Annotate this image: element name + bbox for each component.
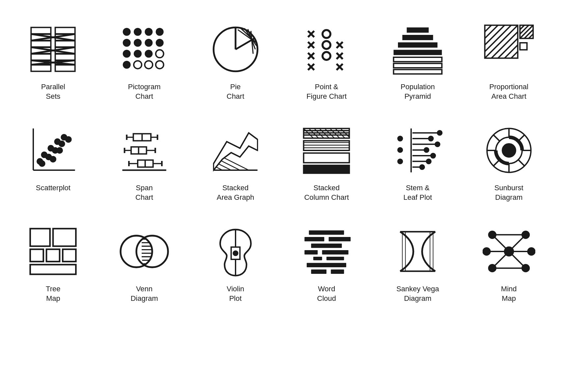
svg-point-25 (134, 39, 142, 47)
svg-rect-143 (304, 166, 350, 173)
svg-rect-197 (305, 237, 324, 241)
svg-rect-65 (394, 57, 442, 62)
stacked-column-chart-icon (300, 124, 353, 177)
svg-point-96 (40, 161, 45, 166)
point-figure-chart-label: Point &Figure Chart (306, 82, 347, 101)
svg-rect-142 (304, 153, 350, 163)
chart-item-stacked-column-chart[interactable]: StackedColumn Chart (281, 114, 372, 215)
svg-point-28 (123, 50, 131, 58)
chart-item-violin-plot[interactable]: ViolinPlot (190, 215, 281, 316)
population-pyramid-label: PopulationPyramid (401, 82, 435, 101)
chart-item-parallel-sets[interactable]: ParallelSets (8, 13, 99, 114)
chart-item-scatterplot[interactable]: Scatterplot (8, 114, 99, 215)
chart-item-point-figure-chart[interactable]: Point &Figure Chart (281, 13, 372, 114)
svg-point-26 (145, 39, 153, 47)
chart-item-tree-map[interactable]: TreeMap (8, 215, 99, 316)
svg-line-82 (524, 30, 533, 39)
stem-leaf-plot-label: Stem &Leaf Plot (404, 183, 432, 202)
svg-point-156 (431, 154, 435, 158)
chart-item-word-cloud[interactable]: WordCloud (281, 215, 372, 316)
svg-point-193 (233, 251, 238, 255)
sunburst-diagram-icon (483, 124, 535, 177)
svg-point-217 (522, 231, 529, 238)
svg-point-98 (57, 148, 62, 153)
svg-point-159 (398, 137, 402, 141)
svg-rect-177 (63, 249, 76, 262)
chart-item-sunburst-diagram[interactable]: SunburstDiagram (463, 114, 554, 215)
svg-rect-66 (394, 64, 442, 68)
svg-line-70 (485, 25, 498, 39)
chart-item-stacked-area-graph[interactable]: StackedArea Graph (190, 114, 281, 215)
chart-grid: ParallelSets (8, 13, 554, 317)
svg-rect-199 (311, 244, 342, 248)
svg-rect-64 (394, 50, 442, 55)
svg-line-77 (511, 52, 518, 58)
stacked-area-graph-label: StackedArea Graph (217, 183, 254, 202)
svg-rect-204 (307, 263, 346, 267)
chart-item-pictogram-chart[interactable]: PictogramChart (99, 13, 190, 114)
svg-point-33 (134, 61, 142, 69)
svg-rect-174 (53, 229, 76, 246)
svg-point-97 (50, 157, 56, 162)
pie-chart-label: PieChart (227, 82, 244, 101)
proportional-area-chart-icon (483, 23, 535, 76)
stacked-area-graph-icon (209, 124, 262, 177)
chart-item-span-chart[interactable]: SpanChart (99, 114, 190, 215)
pictogram-chart-label: PictogramChart (128, 82, 160, 101)
svg-line-74 (491, 32, 518, 58)
chart-item-mind-map[interactable]: MindMap (463, 215, 554, 316)
svg-rect-84 (520, 43, 527, 50)
svg-point-157 (427, 159, 431, 164)
svg-point-221 (522, 265, 529, 272)
svg-line-216 (512, 238, 523, 248)
sankey-vega-diagram-label: Sankey VegaDiagram (396, 284, 439, 303)
svg-rect-196 (309, 230, 344, 235)
venn-diagram-label: VennDiagram (130, 284, 158, 303)
svg-line-69 (485, 25, 491, 32)
svg-rect-67 (394, 69, 442, 74)
proportional-area-chart-label: ProportionalArea Chart (489, 82, 528, 101)
svg-rect-202 (313, 257, 322, 260)
svg-line-80 (520, 25, 529, 34)
svg-line-121 (209, 172, 262, 177)
venn-diagram-icon (118, 225, 171, 278)
pictogram-chart-icon (118, 23, 171, 76)
span-chart-icon (118, 124, 171, 177)
svg-rect-205 (311, 270, 327, 274)
chart-item-stem-leaf-plot[interactable]: Stem &Leaf Plot (372, 114, 464, 215)
svg-rect-175 (30, 249, 43, 262)
svg-point-32 (123, 61, 131, 69)
sunburst-diagram-label: SunburstDiagram (494, 183, 523, 202)
svg-rect-178 (30, 265, 76, 274)
svg-rect-62 (402, 35, 433, 40)
svg-point-162 (502, 144, 516, 157)
svg-point-31 (156, 50, 164, 58)
sankey-vega-diagram-icon (391, 225, 444, 278)
svg-point-95 (66, 137, 71, 142)
svg-line-120 (209, 168, 262, 177)
population-pyramid-icon (391, 23, 444, 76)
svg-rect-201 (322, 250, 349, 254)
svg-line-72 (485, 25, 511, 52)
svg-point-49 (323, 41, 330, 49)
chart-item-venn-diagram[interactable]: VennDiagram (99, 215, 190, 316)
chart-item-proportional-area-chart[interactable]: ProportionalArea Chart (463, 13, 554, 114)
stacked-column-chart-label: StackedColumn Chart (304, 183, 349, 202)
svg-point-160 (398, 148, 402, 152)
svg-point-23 (156, 28, 164, 36)
svg-point-155 (424, 148, 429, 152)
chart-item-pie-chart[interactable]: PieChart (190, 13, 281, 114)
scatterplot-icon (27, 124, 79, 177)
svg-point-24 (123, 39, 131, 47)
svg-point-35 (156, 61, 164, 69)
word-cloud-label: WordCloud (317, 284, 336, 303)
svg-rect-173 (30, 229, 50, 246)
stem-leaf-plot-icon (391, 124, 444, 177)
chart-item-sankey-vega-diagram[interactable]: Sankey VegaDiagram (372, 215, 464, 316)
mind-map-label: MindMap (501, 284, 517, 303)
svg-rect-200 (305, 250, 318, 254)
chart-item-population-pyramid[interactable]: PopulationPyramid (372, 13, 464, 114)
violin-plot-icon (209, 225, 262, 278)
scatterplot-label: Scatterplot (36, 183, 70, 193)
svg-point-34 (145, 61, 153, 69)
